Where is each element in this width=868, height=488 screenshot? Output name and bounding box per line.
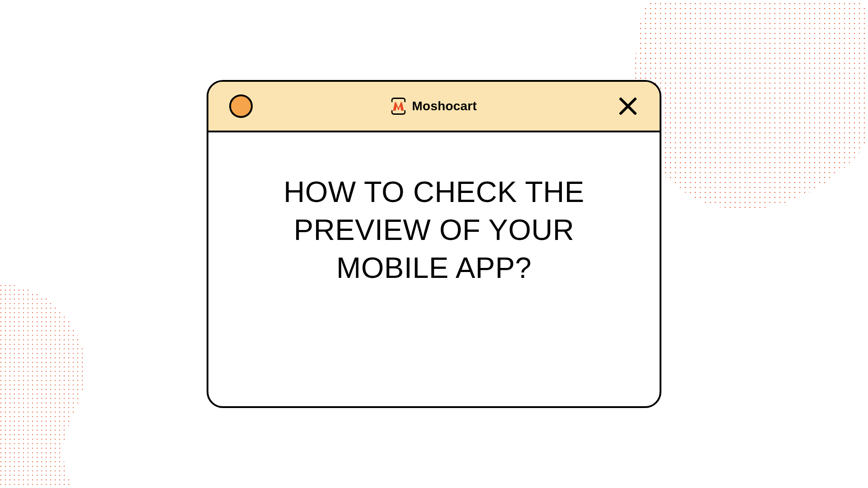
window-dot-icon[interactable] xyxy=(229,94,253,118)
brand-name: Moshocart xyxy=(412,99,476,113)
close-button[interactable] xyxy=(617,95,639,117)
svg-rect-3 xyxy=(0,262,199,488)
decorative-mesh-bottom-left xyxy=(0,262,199,488)
close-icon xyxy=(618,96,638,116)
mock-window: Moshocart HOW TO CHECK THE PREVIEW OF YO… xyxy=(207,80,661,408)
window-content: HOW TO CHECK THE PREVIEW OF YOUR MOBILE … xyxy=(208,132,660,406)
moshocart-logo-icon xyxy=(391,98,406,115)
headline: HOW TO CHECK THE PREVIEW OF YOUR MOBILE … xyxy=(236,173,632,287)
brand: Moshocart xyxy=(391,98,476,115)
window-titlebar: Moshocart xyxy=(208,82,660,132)
